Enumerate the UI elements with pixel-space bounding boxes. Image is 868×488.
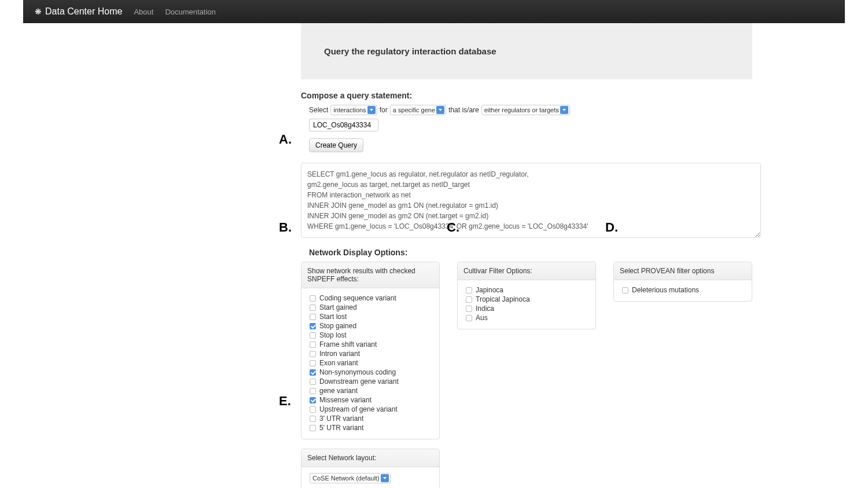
snpeff-item-label: Stop gained: [319, 322, 356, 330]
checkbox-icon[interactable]: [310, 388, 316, 394]
hero-title: Query the regulatory interaction databas…: [324, 46, 729, 56]
annotation-c: C.: [447, 220, 459, 235]
compose-mid2: that is/are: [448, 106, 479, 114]
annotation-e: E.: [279, 394, 291, 409]
select-interactions[interactable]: interactions: [330, 105, 377, 115]
nav-link-documentation[interactable]: Documentation: [165, 8, 215, 16]
snpeff-item-label: Stop lost: [319, 331, 347, 339]
checkbox-icon[interactable]: [310, 304, 316, 311]
snpeff-item[interactable]: 5' UTR variant: [310, 424, 431, 432]
snpeff-item[interactable]: Coding sequence variant: [310, 294, 431, 302]
cultivar-item[interactable]: Tropical Japinoca: [466, 295, 587, 303]
chevron-down-icon: [560, 106, 568, 114]
create-query-button[interactable]: Create Query: [309, 138, 363, 152]
checkbox-icon[interactable]: [310, 332, 316, 339]
snpeff-item-label: Upstream of gene variant: [319, 405, 398, 413]
select-interactions-value: interactions: [333, 107, 366, 113]
checkbox-icon[interactable]: [466, 315, 472, 321]
checkbox-icon[interactable]: [310, 323, 316, 329]
snpeff-item-label: Start lost: [319, 313, 347, 321]
cultivar-item[interactable]: Japinoca: [466, 286, 587, 294]
snpeff-item[interactable]: 3' UTR variant: [310, 414, 431, 423]
snpeff-item-label: gene variant: [319, 387, 358, 395]
snpeff-item-label: Exon variant: [319, 359, 358, 367]
chevron-down-icon: [367, 106, 376, 114]
snpeff-panel: Show network results with checked SNPEFF…: [301, 262, 440, 439]
cultivar-panel: Cultivar Filter Options: JapinocaTropica…: [457, 262, 596, 329]
cultivar-panel-header: Cultivar Filter Options:: [458, 262, 595, 280]
compose-title: Compose a query statement:: [301, 91, 764, 100]
provean-item[interactable]: Deleterious mutations: [622, 286, 744, 294]
checkbox-icon[interactable]: [310, 379, 316, 385]
cultivar-item[interactable]: Indica: [466, 304, 587, 313]
snpeff-item-label: Coding sequence variant: [319, 294, 396, 302]
snpeff-item-label: Downstream gene variant: [319, 377, 399, 386]
checkbox-icon[interactable]: [310, 425, 316, 431]
network-display-title: Network Display Options:: [309, 248, 764, 257]
provean-panel: Select PROVEAN filter options Deleteriou…: [613, 262, 752, 302]
select-network-layout[interactable]: CoSE Network (default): [310, 473, 391, 483]
checkbox-icon[interactable]: [466, 296, 472, 303]
snpeff-item-label: Start gained: [319, 303, 357, 311]
query-row: Select interactions for a specific gene …: [309, 105, 764, 115]
annotation-a: A.: [279, 132, 292, 147]
chevron-down-icon: [436, 106, 444, 114]
annotation-d: D.: [605, 220, 618, 235]
cultivar-item-label: Indica: [476, 304, 494, 313]
snpeff-item-label: 5' UTR variant: [319, 424, 363, 432]
snpeff-item[interactable]: Downstream gene variant: [310, 377, 431, 386]
snpeff-item[interactable]: Missense variant: [310, 396, 431, 404]
checkbox-icon[interactable]: [310, 406, 316, 413]
compose-mid1: for: [380, 106, 388, 114]
provean-item-label: Deleterious mutations: [632, 286, 699, 294]
chevron-down-icon: [381, 474, 389, 482]
select-network-layout-value: CoSE Network (default): [312, 475, 380, 482]
snpeff-item[interactable]: gene variant: [310, 387, 431, 395]
snpeff-item-label: Non-synonymous coding: [319, 368, 396, 376]
snpeff-item-label: Frame shift variant: [319, 340, 377, 348]
checkbox-icon[interactable]: [466, 306, 472, 312]
annotation-b: B.: [279, 220, 292, 235]
snowflake-icon: ❋: [35, 7, 42, 16]
checkbox-icon[interactable]: [466, 287, 472, 293]
snpeff-item[interactable]: Stop lost: [310, 331, 431, 339]
navbar: ❋ Data Center Home About Documentation: [23, 0, 845, 23]
checkbox-icon[interactable]: [622, 287, 628, 293]
snpeff-item[interactable]: Start lost: [310, 313, 431, 321]
compose-prefix: Select: [309, 106, 328, 114]
nav-link-about[interactable]: About: [134, 8, 153, 16]
snpeff-panel-body: Coding sequence variantStart gainedStart…: [301, 288, 439, 439]
provean-panel-body: Deleterious mutations: [614, 280, 752, 301]
checkbox-icon[interactable]: [310, 397, 316, 403]
snpeff-item[interactable]: Exon variant: [310, 359, 431, 367]
snpeff-item[interactable]: Stop gained: [310, 322, 431, 330]
checkbox-icon[interactable]: [310, 369, 316, 376]
checkbox-icon[interactable]: [310, 295, 316, 302]
select-regulators-targets[interactable]: either regulators or targets: [481, 105, 570, 115]
checkbox-icon[interactable]: [310, 416, 316, 422]
gene-input[interactable]: [309, 119, 378, 131]
checkbox-icon[interactable]: [310, 342, 316, 348]
checkbox-icon[interactable]: [310, 314, 316, 320]
select-specific-gene-value: a specific gene: [393, 107, 435, 113]
snpeff-item[interactable]: Upstream of gene variant: [310, 405, 431, 413]
snpeff-item[interactable]: Intron variant: [310, 350, 431, 358]
sql-textarea[interactable]: [301, 163, 761, 238]
cultivar-item[interactable]: Aus: [466, 314, 587, 322]
cultivar-item-label: Aus: [476, 314, 488, 322]
cultivar-item-label: Tropical Japinoca: [476, 295, 530, 303]
snpeff-item[interactable]: Frame shift variant: [310, 340, 431, 348]
checkbox-icon[interactable]: [310, 360, 316, 366]
layout-panel: Select Network layout: CoSE Network (def…: [301, 449, 440, 488]
snpeff-item-label: 3' UTR variant: [319, 414, 363, 423]
snpeff-item[interactable]: Non-synonymous coding: [310, 368, 431, 376]
snpeff-item-label: Intron variant: [319, 350, 360, 358]
select-specific-gene[interactable]: a specific gene: [390, 105, 446, 115]
select-regulators-targets-value: either regulators or targets: [484, 107, 559, 113]
snpeff-item-label: Missense variant: [319, 396, 372, 404]
snpeff-panel-header: Show network results with checked SNPEFF…: [301, 262, 439, 288]
snpeff-item[interactable]: Start gained: [310, 303, 431, 311]
checkbox-icon[interactable]: [310, 351, 316, 357]
navbar-brand-label: Data Center Home: [45, 6, 122, 17]
navbar-brand[interactable]: ❋ Data Center Home: [35, 6, 122, 17]
